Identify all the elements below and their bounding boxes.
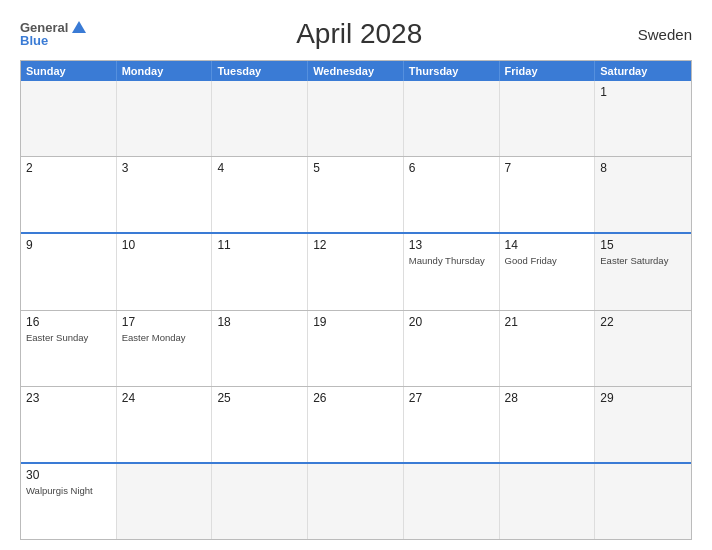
day-number: 8 [600,161,686,175]
day-cell-28: 28 [500,387,596,462]
day-cell-7: 7 [500,157,596,232]
page-header: General Blue April 2028 Sweden [20,18,692,50]
country-label: Sweden [632,26,692,43]
day-cell-12: 12 [308,234,404,309]
day-number: 2 [26,161,111,175]
day-number: 30 [26,468,111,482]
day-cell-3: 3 [117,157,213,232]
day-cell-empty [404,81,500,156]
day-number: 18 [217,315,302,329]
day-number: 13 [409,238,494,252]
calendar-body: 1 2 3 4 5 6 [21,81,691,539]
calendar-header: Sunday Monday Tuesday Wednesday Thursday… [21,61,691,81]
day-cell-22: 22 [595,311,691,386]
logo: General Blue [20,21,86,47]
day-number: 1 [600,85,686,99]
day-number: 12 [313,238,398,252]
day-event-walpurgis: Walpurgis Night [26,485,93,496]
header-monday: Monday [117,61,213,81]
day-number: 25 [217,391,302,405]
day-cell-empty [308,81,404,156]
day-cell-empty [212,81,308,156]
calendar-week-3: 9 10 11 12 13 Maundy Thursday 14 Good Fr [21,232,691,309]
day-number: 7 [505,161,590,175]
header-wednesday: Wednesday [308,61,404,81]
header-thursday: Thursday [404,61,500,81]
calendar-week-5: 23 24 25 26 27 28 29 [21,386,691,462]
day-cell-13: 13 Maundy Thursday [404,234,500,309]
day-cell-24: 24 [117,387,213,462]
day-cell-15: 15 Easter Saturday [595,234,691,309]
header-sunday: Sunday [21,61,117,81]
day-cell-empty [212,464,308,539]
logo-triangle-icon [72,21,86,33]
day-cell-29: 29 [595,387,691,462]
calendar-grid: Sunday Monday Tuesday Wednesday Thursday… [20,60,692,540]
day-cell-6: 6 [404,157,500,232]
day-cell-17: 17 Easter Monday [117,311,213,386]
day-cell-19: 19 [308,311,404,386]
day-cell-empty [21,81,117,156]
day-number: 11 [217,238,302,252]
day-cell-empty [308,464,404,539]
day-event-maundy: Maundy Thursday [409,255,485,266]
day-number: 21 [505,315,590,329]
day-cell-4: 4 [212,157,308,232]
day-cell-empty [404,464,500,539]
day-cell-empty [500,464,596,539]
day-cell-23: 23 [21,387,117,462]
day-number: 10 [122,238,207,252]
day-number: 22 [600,315,686,329]
day-number: 3 [122,161,207,175]
day-cell-10: 10 [117,234,213,309]
day-number: 28 [505,391,590,405]
day-cell-26: 26 [308,387,404,462]
calendar-week-6: 30 Walpurgis Night [21,462,691,539]
day-number: 6 [409,161,494,175]
day-number: 20 [409,315,494,329]
day-number: 5 [313,161,398,175]
day-cell-30: 30 Walpurgis Night [21,464,117,539]
calendar-title: April 2028 [86,18,632,50]
day-cell-9: 9 [21,234,117,309]
logo-blue: Blue [20,34,48,47]
day-cell-5: 5 [308,157,404,232]
day-number: 16 [26,315,111,329]
day-cell-16: 16 Easter Sunday [21,311,117,386]
day-cell-11: 11 [212,234,308,309]
day-cell-empty [117,464,213,539]
day-cell-25: 25 [212,387,308,462]
day-number: 26 [313,391,398,405]
calendar-page: General Blue April 2028 Sweden Sunday Mo… [0,0,712,550]
day-number: 27 [409,391,494,405]
calendar-week-2: 2 3 4 5 6 7 8 [21,156,691,232]
day-event-good-friday: Good Friday [505,255,557,266]
day-number: 19 [313,315,398,329]
day-number: 14 [505,238,590,252]
day-cell-8: 8 [595,157,691,232]
day-cell-20: 20 [404,311,500,386]
day-cell-18: 18 [212,311,308,386]
day-cell-27: 27 [404,387,500,462]
calendar-week-4: 16 Easter Sunday 17 Easter Monday 18 19 … [21,310,691,386]
day-number: 9 [26,238,111,252]
day-number: 29 [600,391,686,405]
calendar-week-1: 1 [21,81,691,156]
day-number: 17 [122,315,207,329]
day-number: 15 [600,238,686,252]
day-event-easter-saturday: Easter Saturday [600,255,668,266]
day-cell-21: 21 [500,311,596,386]
header-friday: Friday [500,61,596,81]
day-cell-14: 14 Good Friday [500,234,596,309]
day-cell-empty [595,464,691,539]
day-cell-2: 2 [21,157,117,232]
day-cell-1: 1 [595,81,691,156]
day-event-easter-monday: Easter Monday [122,332,186,343]
day-cell-empty [500,81,596,156]
header-saturday: Saturday [595,61,691,81]
header-tuesday: Tuesday [212,61,308,81]
day-number: 23 [26,391,111,405]
day-event-easter-sunday: Easter Sunday [26,332,88,343]
day-number: 24 [122,391,207,405]
day-cell-empty [117,81,213,156]
